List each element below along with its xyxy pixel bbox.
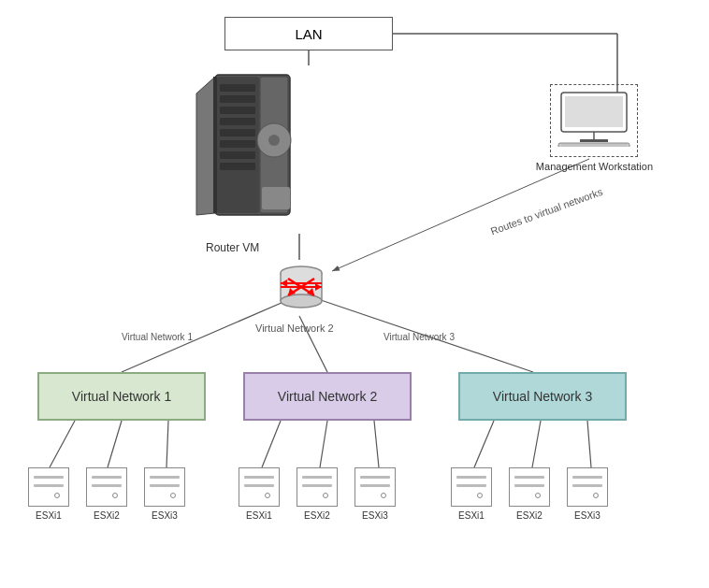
esxi-g3-label-1: ESXi1 xyxy=(458,510,485,521)
routes-label: Routes to virtual networks xyxy=(489,186,604,237)
svg-line-12 xyxy=(374,421,379,467)
esxi-group-2: ESXi1 ESXi2 ESXi3 xyxy=(239,467,396,521)
vnet-box-3: Virtual Network 3 xyxy=(458,372,627,421)
esxi-g3-label-3: ESXi3 xyxy=(574,510,600,521)
diagram: LAN Management Workstation xyxy=(0,0,709,588)
svg-rect-21 xyxy=(580,139,608,142)
lan-box: LAN xyxy=(224,17,393,50)
svg-rect-27 xyxy=(220,84,255,92)
esxi-server-icon xyxy=(86,467,127,507)
vn1-line-label: Virtual Network 1 xyxy=(122,332,193,342)
esxi-g2-item-3: ESXi3 xyxy=(354,467,396,521)
esxi-group-3: ESXi1 ESXi2 ESXi3 xyxy=(451,467,608,521)
mgmt-icon-box xyxy=(550,84,638,157)
esxi-server-icon xyxy=(28,467,69,507)
esxi-server-icon xyxy=(354,467,396,507)
esxi-g1-label-3: ESXi3 xyxy=(152,510,178,521)
svg-line-11 xyxy=(320,421,327,467)
esxi-g1-item-2: ESXi2 xyxy=(86,467,127,521)
esxi-g2-label-1: ESXi1 xyxy=(246,510,272,521)
svg-marker-39 xyxy=(196,77,215,215)
lan-label: LAN xyxy=(295,26,322,42)
svg-rect-28 xyxy=(220,95,255,103)
svg-rect-38 xyxy=(262,187,290,209)
svg-line-13 xyxy=(474,421,494,467)
esxi-g1-item-3: ESXi3 xyxy=(144,467,185,521)
esxi-g2-item-1: ESXi1 xyxy=(239,467,280,521)
esxi-g3-item-1: ESXi1 xyxy=(451,467,492,521)
esxi-server-icon xyxy=(144,467,185,507)
svg-line-9 xyxy=(166,421,168,467)
svg-line-7 xyxy=(50,421,75,467)
svg-rect-19 xyxy=(565,96,623,127)
vnet-box-1: Virtual Network 1 xyxy=(37,372,206,421)
svg-line-10 xyxy=(262,421,281,467)
svg-line-15 xyxy=(587,421,591,467)
router-svg xyxy=(271,260,332,321)
esxi-g1-label-2: ESXi2 xyxy=(94,510,120,521)
esxi-g2-label-2: ESXi2 xyxy=(304,510,330,521)
vn2-under-router-label: Virtual Network 2 xyxy=(255,323,334,334)
esxi-g1-item-1: ESXi1 xyxy=(28,467,69,521)
svg-rect-29 xyxy=(220,107,255,114)
esxi-g3-label-2: ESXi2 xyxy=(516,510,543,521)
esxi-g2-label-3: ESXi3 xyxy=(362,510,388,521)
svg-point-45 xyxy=(281,294,322,308)
esxi-server-icon xyxy=(451,467,492,507)
esxi-g1-label-1: ESXi1 xyxy=(36,510,62,521)
svg-rect-30 xyxy=(220,118,255,125)
svg-line-14 xyxy=(532,421,541,467)
esxi-g3-item-3: ESXi3 xyxy=(567,467,608,521)
svg-rect-31 xyxy=(220,129,255,136)
esxi-group-1: ESXi1 ESXi2 ESXi3 xyxy=(28,467,185,521)
router-icon xyxy=(271,260,327,316)
svg-rect-32 xyxy=(220,140,255,148)
esxi-g3-item-2: ESXi2 xyxy=(509,467,550,521)
svg-point-37 xyxy=(268,135,280,146)
svg-rect-34 xyxy=(220,163,255,170)
esxi-server-icon xyxy=(509,467,550,507)
monitor-icon xyxy=(557,91,631,147)
esxi-g2-item-2: ESXi2 xyxy=(297,467,338,521)
esxi-server-icon xyxy=(297,467,338,507)
mgmt-ws-label: Management Workstation xyxy=(536,161,653,172)
svg-rect-33 xyxy=(220,151,255,159)
management-workstation: Management Workstation xyxy=(536,84,653,172)
server-tower xyxy=(178,65,327,234)
svg-rect-40 xyxy=(213,77,217,213)
vnet-box-2: Virtual Network 2 xyxy=(243,372,412,421)
esxi-server-icon xyxy=(239,467,280,507)
router-vm-label: Router VM xyxy=(206,241,259,254)
vn3-line-label: Virtual Network 3 xyxy=(383,332,455,342)
svg-line-8 xyxy=(108,421,122,467)
server-tower-icon xyxy=(178,65,327,234)
esxi-server-icon xyxy=(567,467,608,507)
